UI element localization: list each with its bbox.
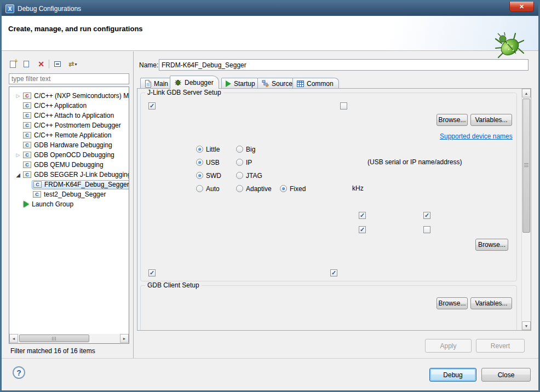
tree-item-label: GDB QEMU Debugging [34,161,104,169]
page-title: Create, manage, and run configurations [8,25,143,33]
new-configuration-button[interactable]: + [7,59,18,70]
server-executable-browse-button[interactable]: Browse... [436,114,468,126]
tree-item-label: Launch Group [32,200,73,208]
start-local-checkbox[interactable]: ✓ [148,102,156,109]
speed-fixed-radio[interactable]: Fixed [280,185,306,193]
tree-item-label: FRDM-K64F_Debug_Segger [44,181,129,188]
duplicate-configuration-button[interactable] [21,59,32,70]
button-label: Debug [443,371,462,379]
radio-label: IP [246,159,252,166]
cpp-icon: C [23,142,31,148]
tree-item-label: C/C++ Remote Application [34,131,111,139]
tab-main[interactable]: Main [140,78,174,89]
button-label: Revert [491,342,510,350]
client-executable-browse-button[interactable]: Browse... [436,297,468,309]
local-host-checkbox[interactable]: ✓ [359,226,366,233]
verify-downloads-checkbox[interactable]: ✓ [359,212,366,219]
window-title: Debug Configurations [18,5,81,13]
radio-icon [236,185,243,192]
scroll-up-arrow[interactable]: ▲ [522,89,531,97]
radio-icon [196,185,203,192]
tree-item-gdb-segger[interactable]: ◢ C GDB SEGGER J-Link Debugging [10,170,128,180]
document-icon [145,80,151,88]
expand-expanded-icon[interactable]: ◢ [15,172,21,178]
server-executable-variables-button[interactable]: Variables... [470,114,512,126]
close-button[interactable]: Close [481,368,531,382]
endianness-big-radio[interactable]: Big [236,145,255,153]
radio-icon [236,146,243,153]
expand-collapsed-icon[interactable]: ▷ [15,152,21,158]
filter-input[interactable] [9,73,129,84]
speed-auto-radio[interactable]: Auto [196,185,220,193]
interface-swd-radio[interactable]: SWD [196,171,221,180]
client-executable-variables-button[interactable]: Variables... [470,297,512,309]
window-close-button[interactable]: ✕ [509,2,534,12]
endianness-little-radio[interactable]: Little [196,145,220,153]
log-file-browse-button[interactable]: Browse... [475,239,508,251]
connection-usb-radio[interactable]: USB [196,158,220,166]
connection-ip-radio[interactable]: IP [236,158,252,166]
tree-item-gdb-hardware[interactable]: C GDB Hardware Debugging [10,140,128,150]
name-input[interactable] [159,59,528,71]
scroll-down-arrow[interactable]: ▼ [522,321,531,330]
tree-item-cpp-attach[interactable]: C C/C++ Attach to Application [10,111,128,120]
bug-illustration-icon [493,32,524,63]
tab-debugger[interactable]: Debugger [170,76,219,89]
startup-icon [226,80,231,87]
supported-device-names-link[interactable]: Supported device names [440,132,513,140]
debug-button[interactable]: Debug [429,368,476,382]
cpp-icon: C [23,171,31,178]
alloc-console-gdb-checkbox[interactable]: ✓ [148,269,156,276]
interface-jtag-radio[interactable]: JTAG [236,171,262,180]
radio-selected-icon [280,185,287,192]
filter-configurations-button[interactable]: ⇄ ▾ [65,59,81,70]
scroll-left-arrow[interactable]: ◄ [9,334,18,343]
expand-collapsed-icon[interactable]: ▷ [15,93,21,99]
panel-divider[interactable] [133,51,134,358]
configurations-tree: ▷ C C/C++ (NXP Semiconductors) M C C/C++… [9,87,129,344]
tree-item-cpp-application[interactable]: C C/C++ Application [10,101,128,111]
cpp-icon: C [23,162,31,168]
alloc-console-semi-checkbox[interactable]: ✓ [330,269,337,276]
radio-label: Auto [206,185,220,193]
cpp-icon: C [33,181,42,188]
tree-item-nxp[interactable]: ▷ C C/C++ (NXP Semiconductors) M [10,91,128,101]
server-setup-title: J-Link GDB Server Setup [145,89,223,96]
scroll-thumb[interactable] [19,335,89,342]
radio-selected-icon [196,159,203,166]
delete-configuration-button[interactable]: ✕ [36,59,47,70]
tab-source[interactable]: Source [257,78,298,89]
check-icon: ✓ [424,212,429,218]
apply-button[interactable]: Apply [425,339,472,353]
button-label: Apply [440,342,456,350]
tree-item-cpp-remote[interactable]: C C/C++ Remote Application [10,130,128,140]
tree-horizontal-scrollbar[interactable]: ◄ ► [9,334,129,343]
radio-label: Big [246,146,255,153]
tree-item-launch-group[interactable]: Launch Group [10,199,128,209]
filter-icon: ⇄ [68,60,74,68]
connect-running-checkbox[interactable] [340,102,347,109]
name-label: Name: [139,61,158,70]
tree-item-test2[interactable]: C test2_Debug_Segger [10,189,128,199]
tree-item-frdm-k64f[interactable]: C FRDM-K64F_Debug_Segger [10,180,128,189]
tab-label: Source [272,80,292,88]
silent-checkbox[interactable] [423,226,430,233]
revert-button[interactable]: Revert [476,339,525,353]
form-vertical-scrollbar[interactable]: ▲ ▼ [521,89,531,330]
tree-item-gdb-qemu[interactable]: C GDB QEMU Debugging [10,160,128,170]
tab-startup[interactable]: Startup [221,78,261,89]
cpp-icon: C [23,112,31,119]
radio-label: Little [206,146,220,153]
title-bar[interactable]: X Debug Configurations [2,2,538,16]
scroll-thumb[interactable] [522,99,530,233]
init-registers-checkbox[interactable]: ✓ [423,212,430,219]
scroll-right-arrow[interactable]: ► [120,334,129,343]
speed-adaptive-radio[interactable]: Adaptive [236,185,272,193]
button-label: Variables... [475,116,507,124]
tree-item-gdb-openocd[interactable]: ▷ C GDB OpenOCD Debugging [10,150,128,160]
collapse-all-button[interactable] [52,59,63,70]
button-label: Browse... [478,241,505,249]
help-button[interactable]: ? [13,366,25,379]
tab-common[interactable]: Common [292,78,339,89]
tree-item-cpp-postmortem[interactable]: C C/C++ Postmortem Debugger [10,120,128,130]
